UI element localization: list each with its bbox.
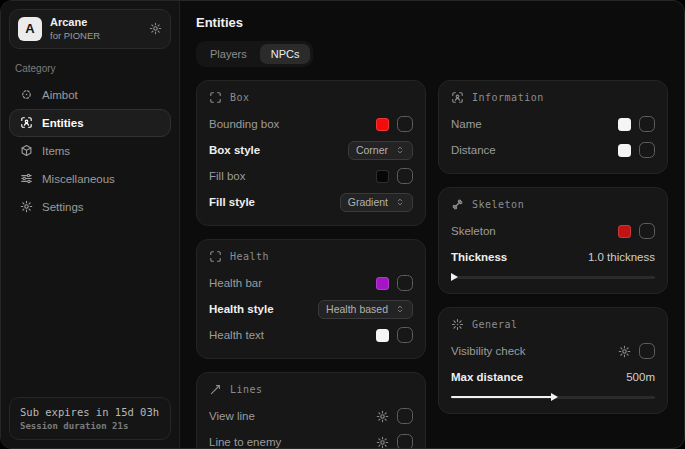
- gear-icon: [20, 200, 33, 213]
- crosshair-icon: [20, 88, 33, 101]
- card-columns: BoxBounding boxBox styleCornerFill boxFi…: [196, 80, 668, 448]
- checkbox-health-bar[interactable]: [397, 275, 413, 291]
- unfold-icon: [395, 145, 405, 155]
- unfold-icon: [395, 304, 405, 314]
- sidebar-item-label: Aimbot: [42, 89, 78, 101]
- row-visibility-check: Visibility check: [451, 339, 655, 363]
- sliders-icon: [20, 172, 33, 185]
- row-label: Thickness: [451, 251, 507, 263]
- checkbox-fill-box[interactable]: [397, 168, 413, 184]
- checkbox-name[interactable]: [639, 116, 655, 132]
- cube-icon: [20, 144, 33, 157]
- sidebar-item-miscellaneous[interactable]: Miscellaneous: [9, 165, 171, 193]
- frame-icon: [209, 250, 222, 263]
- sidebar-item-label: Settings: [42, 201, 84, 213]
- row-label: Visibility check: [451, 345, 526, 357]
- sidebar-item-entities[interactable]: Entities: [9, 109, 171, 137]
- row-health-bar: Health bar: [209, 271, 413, 295]
- sidebar-item-items[interactable]: Items: [9, 137, 171, 165]
- checkbox-bounding-box[interactable]: [397, 116, 413, 132]
- tab-label: Players: [210, 48, 247, 60]
- checkbox-skeleton[interactable]: [639, 223, 655, 239]
- row-fill-style: Fill styleGradient: [209, 190, 413, 214]
- card-box: BoxBounding boxBox styleCornerFill boxFi…: [196, 80, 426, 226]
- card-health: HealthHealth barHealth styleHealth based…: [196, 239, 426, 359]
- color-swatch[interactable]: [376, 170, 389, 183]
- page-title: Entities: [196, 15, 668, 30]
- slider-thickness[interactable]: [451, 272, 655, 282]
- card-header: Health: [209, 250, 413, 263]
- row-label: Max distance: [451, 371, 523, 383]
- tab-players[interactable]: Players: [199, 44, 258, 64]
- color-swatch[interactable]: [376, 118, 389, 131]
- gear-icon[interactable]: [618, 345, 631, 358]
- card-header: Skeleton: [451, 198, 655, 211]
- checkbox-view-line[interactable]: [397, 408, 413, 424]
- card-title: Skeleton: [472, 199, 524, 210]
- row-label: Distance: [451, 144, 496, 156]
- main-content: Entities PlayersNPCs BoxBounding boxBox …: [180, 1, 684, 448]
- sidebar-item-label: Entities: [42, 117, 84, 129]
- sidebar-item-aimbot[interactable]: Aimbot: [9, 81, 171, 109]
- select-value: Gradient: [348, 196, 388, 208]
- row-label: Name: [451, 118, 482, 130]
- row-box-style: Box styleCorner: [209, 138, 413, 162]
- row-label: View line: [209, 410, 255, 422]
- select-fill-style[interactable]: Gradient: [340, 193, 413, 212]
- color-swatch[interactable]: [376, 329, 389, 342]
- entity-scan-icon: [451, 91, 464, 104]
- brand-title: Arcane: [50, 16, 100, 30]
- card-skeleton: SkeletonSkeletonThickness1.0 thickness: [438, 187, 668, 294]
- color-swatch[interactable]: [618, 118, 631, 131]
- card-column: InformationNameDistanceSkeletonSkeletonT…: [438, 80, 668, 414]
- checkbox-health-text[interactable]: [397, 327, 413, 343]
- tab-label: NPCs: [271, 48, 300, 60]
- checkbox-distance[interactable]: [639, 142, 655, 158]
- line-icon: [209, 383, 222, 396]
- card-title: Health: [230, 251, 269, 262]
- sidebar-item-label: Miscellaneous: [42, 173, 115, 185]
- select-value: Health based: [326, 303, 388, 315]
- card-title: General: [472, 319, 518, 330]
- row-max-distance: Max distance500m: [451, 365, 655, 389]
- select-health-style[interactable]: Health based: [318, 300, 413, 319]
- gear-icon[interactable]: [149, 22, 162, 35]
- row-label: Skeleton: [451, 225, 496, 237]
- card-information: InformationNameDistance: [438, 80, 668, 174]
- card-header: Information: [451, 91, 655, 104]
- slider-value: 500m: [626, 371, 655, 383]
- row-name: Name: [451, 112, 655, 136]
- slider-thumb[interactable]: [551, 393, 558, 401]
- row-label: Health bar: [209, 277, 262, 289]
- row-label: Bounding box: [209, 118, 279, 130]
- sub-expiry-text: Sub expires in 15d 03h: [20, 406, 160, 418]
- card-title: Information: [472, 92, 544, 103]
- checkbox-line-to-enemy[interactable]: [397, 434, 413, 448]
- row-fill-box: Fill box: [209, 164, 413, 188]
- row-label: Health style: [209, 303, 274, 315]
- checkbox-visibility-check[interactable]: [639, 343, 655, 359]
- gear-icon[interactable]: [376, 436, 389, 449]
- burst-icon: [451, 318, 464, 331]
- slider-max-distance[interactable]: [451, 392, 655, 402]
- row-view-line: View line: [209, 404, 413, 428]
- slider-thumb[interactable]: [451, 273, 458, 281]
- row-label: Line to enemy: [209, 436, 281, 448]
- select-box-style[interactable]: Corner: [348, 141, 413, 160]
- session-duration-text: Session duration 21s: [20, 421, 160, 431]
- gear-icon[interactable]: [376, 410, 389, 423]
- category-label: Category: [15, 63, 165, 74]
- row-line-to-enemy: Line to enemy: [209, 430, 413, 448]
- color-swatch[interactable]: [376, 277, 389, 290]
- row-health-text: Health text: [209, 323, 413, 347]
- slider-fill: [451, 396, 553, 398]
- card-lines: LinesView lineLine to enemy: [196, 372, 426, 448]
- tab-group: PlayersNPCs: [196, 41, 313, 67]
- row-skeleton: Skeleton: [451, 219, 655, 243]
- color-swatch[interactable]: [618, 144, 631, 157]
- sidebar-item-settings[interactable]: Settings: [9, 193, 171, 221]
- card-header: Lines: [209, 383, 413, 396]
- subscription-info: Sub expires in 15d 03h Session duration …: [9, 397, 171, 440]
- color-swatch[interactable]: [618, 225, 631, 238]
- tab-npcs[interactable]: NPCs: [260, 44, 311, 64]
